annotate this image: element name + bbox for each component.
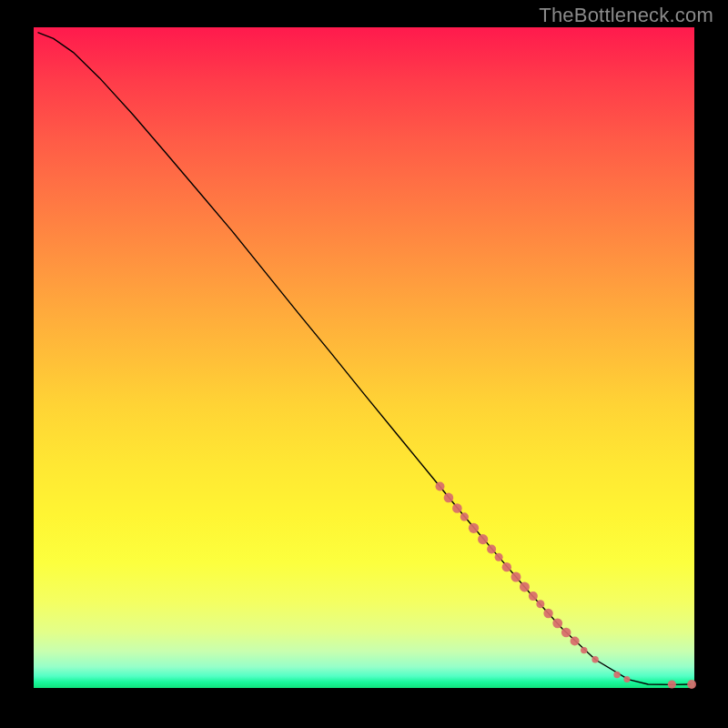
data-marker <box>592 656 598 662</box>
data-marker <box>581 647 587 653</box>
data-marker <box>561 628 571 638</box>
attribution-text: TheBottleneck.com <box>539 4 713 27</box>
data-marker <box>552 618 562 628</box>
data-marker <box>460 512 469 521</box>
data-marker <box>435 482 444 491</box>
marker-group <box>435 482 696 689</box>
data-marker <box>536 600 544 608</box>
data-marker <box>478 534 488 544</box>
data-marker <box>495 553 503 561</box>
data-marker <box>543 609 552 618</box>
data-marker <box>444 493 454 503</box>
data-marker <box>469 523 479 533</box>
data-marker <box>613 672 620 678</box>
data-marker <box>487 545 496 554</box>
data-marker <box>520 581 530 592</box>
data-marker <box>529 592 538 601</box>
data-marker <box>452 503 462 513</box>
main-curve <box>38 33 691 685</box>
data-marker <box>511 572 521 582</box>
plot-overlay <box>34 27 694 688</box>
data-marker <box>687 680 696 689</box>
data-marker <box>571 636 580 645</box>
data-marker <box>502 562 511 571</box>
data-marker <box>623 676 630 682</box>
stage: TheBottleneck.com <box>0 0 728 728</box>
data-marker <box>668 680 676 688</box>
